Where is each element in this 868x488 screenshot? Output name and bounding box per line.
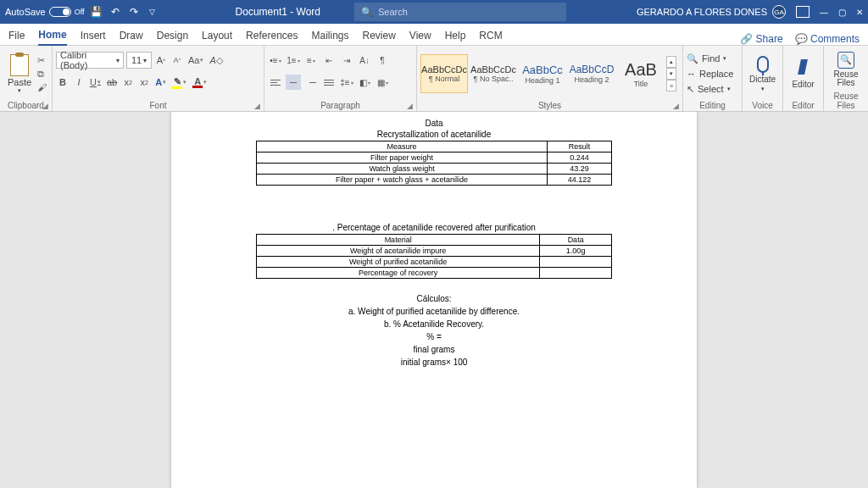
autosave-toggle[interactable]: AutoSave Off bbox=[5, 7, 85, 17]
style-heading2[interactable]: AaBbCcDHeading 2 bbox=[568, 54, 615, 93]
group-voice: Dictate▾ Voice bbox=[743, 46, 783, 111]
font-size-select[interactable]: 11▾ bbox=[126, 52, 152, 69]
tab-rcm[interactable]: RCM bbox=[479, 26, 502, 45]
text-effects-icon[interactable]: A bbox=[153, 74, 168, 91]
styles-launcher-icon[interactable]: ◢ bbox=[673, 102, 679, 110]
decrease-indent-icon[interactable]: ⇤ bbox=[321, 53, 337, 68]
reuse-icon: 🔍 bbox=[837, 52, 854, 69]
styles-scroll[interactable]: ▴ ▾ ≡ bbox=[666, 56, 676, 92]
ribbon: Paste ▾ ✂ ⧉ 🖌 Clipboard◢ Calibri (Body)▾… bbox=[0, 46, 868, 112]
change-case-icon[interactable]: Aa bbox=[186, 52, 205, 69]
tab-review[interactable]: Review bbox=[363, 26, 396, 45]
font-name-select[interactable]: Calibri (Body)▾ bbox=[56, 52, 124, 69]
account-area[interactable]: GERARDO A FLORES DONES GA bbox=[637, 5, 786, 19]
save-icon[interactable]: 💾 bbox=[90, 5, 103, 19]
styles-down-icon[interactable]: ▾ bbox=[666, 68, 676, 80]
tab-home[interactable]: Home bbox=[38, 25, 66, 46]
tab-mailings[interactable]: Mailings bbox=[311, 26, 348, 45]
find-button[interactable]: 🔍Find▾ bbox=[687, 52, 733, 65]
toggle-icon bbox=[49, 7, 71, 17]
styles-gallery[interactable]: AaBbCcDc¶ NormalAaBbCcDc¶ No Spac..AaBbC… bbox=[420, 54, 665, 93]
tab-view[interactable]: View bbox=[409, 26, 431, 45]
align-right-icon[interactable] bbox=[303, 75, 319, 90]
italic-button[interactable]: I bbox=[72, 74, 86, 91]
increase-indent-icon[interactable]: ⇥ bbox=[339, 53, 354, 68]
show-marks-icon[interactable]: ¶ bbox=[375, 53, 390, 68]
style-nospac[interactable]: AaBbCcDc¶ No Spac.. bbox=[470, 54, 517, 93]
numbering-icon[interactable]: 1≡ bbox=[286, 53, 301, 68]
doc-subtitle1: Recrystallization of acetanilide bbox=[222, 130, 646, 139]
paste-label: Paste bbox=[8, 77, 31, 87]
copy-icon[interactable]: ⧉ bbox=[37, 69, 47, 80]
subscript-button[interactable]: x2 bbox=[121, 74, 135, 91]
shrink-font-icon[interactable]: A^ bbox=[170, 52, 184, 69]
align-center-icon[interactable] bbox=[286, 75, 301, 90]
style-title[interactable]: AaBTitle bbox=[617, 54, 665, 93]
style-heading1[interactable]: AaBbCcHeading 1 bbox=[519, 54, 566, 93]
comments-button[interactable]: 💬 Comments bbox=[795, 33, 860, 45]
style-normal[interactable]: AaBbCcDc¶ Normal bbox=[420, 54, 468, 93]
search-box[interactable]: 🔍 Search bbox=[354, 3, 566, 21]
superscript-button[interactable]: x2 bbox=[137, 74, 151, 91]
titlebar-left: AutoSave Off 💾 ↶ ↷ ▽ bbox=[5, 5, 159, 19]
multilevel-icon[interactable]: ≡ bbox=[303, 53, 319, 68]
align-left-icon[interactable] bbox=[268, 75, 283, 90]
clear-format-icon[interactable]: A◇ bbox=[208, 52, 224, 69]
tab-design[interactable]: Design bbox=[157, 26, 188, 45]
tab-draw[interactable]: Draw bbox=[120, 26, 143, 45]
styles-up-icon[interactable]: ▴ bbox=[666, 56, 676, 68]
ribbon-display-icon[interactable] bbox=[796, 6, 810, 18]
group-editing: 🔍Find▾ ↔Replace ↖Select▾ Editing bbox=[683, 46, 743, 111]
clipboard-launcher-icon[interactable]: ◢ bbox=[42, 102, 48, 110]
title-bar: AutoSave Off 💾 ↶ ↷ ▽ Document1 - Word 🔍 … bbox=[0, 0, 868, 24]
tab-references[interactable]: References bbox=[246, 26, 298, 45]
editor-icon bbox=[796, 59, 811, 78]
close-icon[interactable]: ✕ bbox=[856, 8, 863, 17]
redo-icon[interactable]: ↷ bbox=[127, 5, 141, 19]
undo-icon[interactable]: ↶ bbox=[108, 5, 122, 19]
minimize-icon[interactable]: — bbox=[820, 8, 828, 17]
font-color-icon[interactable]: A bbox=[191, 74, 209, 91]
group-editor: Editor Editor bbox=[783, 46, 824, 111]
page[interactable]: Data Recrystallization of acetanilide Me… bbox=[171, 112, 697, 488]
justify-icon[interactable] bbox=[321, 75, 337, 90]
cut-icon[interactable]: ✂ bbox=[37, 55, 47, 66]
shading-icon[interactable]: ◧ bbox=[357, 75, 372, 90]
mic-icon bbox=[757, 56, 769, 73]
dictate-button[interactable]: Dictate▾ bbox=[746, 56, 779, 92]
t1-r2c0: Filter paper + watch glass + acetanilide bbox=[257, 175, 548, 186]
share-button[interactable]: 🔗 Share bbox=[740, 33, 782, 45]
autosave-state: Off bbox=[75, 8, 85, 16]
highlight-icon[interactable]: ✎ bbox=[170, 74, 188, 91]
font-launcher-icon[interactable]: ◢ bbox=[254, 102, 260, 110]
underline-button[interactable]: U bbox=[88, 74, 103, 91]
tab-help[interactable]: Help bbox=[445, 26, 466, 45]
t1-h1: Result bbox=[548, 141, 612, 152]
t2-h0: Material bbox=[257, 235, 540, 246]
maximize-icon[interactable]: ▢ bbox=[838, 8, 846, 17]
tab-layout[interactable]: Layout bbox=[202, 26, 232, 45]
doc-subtitle2: . Percentage of acetanilide recovered af… bbox=[222, 223, 646, 232]
bullets-icon[interactable]: •≡ bbox=[268, 53, 283, 68]
paragraph-launcher-icon[interactable]: ◢ bbox=[407, 102, 413, 110]
tab-insert[interactable]: Insert bbox=[81, 26, 106, 45]
bold-button[interactable]: B bbox=[56, 74, 70, 91]
paste-button[interactable]: Paste ▾ bbox=[3, 50, 36, 97]
reuse-files-button[interactable]: 🔍 Reuse Files bbox=[827, 52, 865, 87]
voice-group-label: Voice bbox=[746, 100, 779, 111]
sort-icon[interactable]: A↓ bbox=[357, 53, 372, 68]
tab-file[interactable]: File bbox=[8, 26, 25, 45]
customize-qat-icon[interactable]: ▽ bbox=[146, 5, 159, 19]
format-painter-icon[interactable]: 🖌 bbox=[37, 82, 47, 92]
editor-button[interactable]: Editor bbox=[787, 59, 820, 89]
replace-button[interactable]: ↔Replace bbox=[687, 67, 733, 80]
grow-font-icon[interactable]: A^ bbox=[154, 52, 168, 69]
calc-pct: % = bbox=[222, 332, 646, 341]
borders-icon[interactable]: ▦ bbox=[375, 75, 390, 90]
strikethrough-button[interactable]: ab bbox=[105, 74, 119, 91]
styles-more-icon[interactable]: ≡ bbox=[666, 80, 676, 92]
paste-icon bbox=[10, 54, 29, 76]
select-button[interactable]: ↖Select▾ bbox=[687, 82, 733, 96]
line-spacing-icon[interactable]: ‡≡ bbox=[339, 75, 354, 90]
document-area[interactable]: Data Recrystallization of acetanilide Me… bbox=[0, 112, 868, 488]
